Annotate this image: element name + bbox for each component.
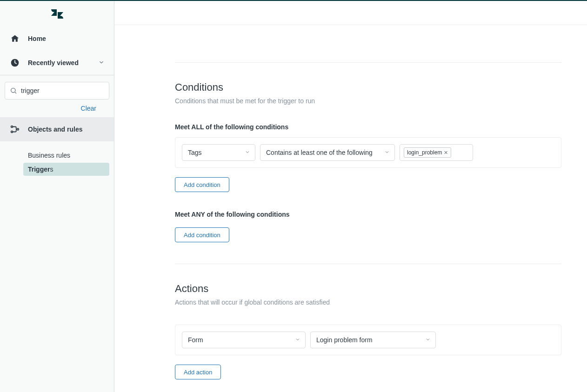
conditions-all-label: Meet ALL of the following conditions	[175, 123, 561, 131]
clock-icon	[9, 57, 20, 68]
chevron-down-icon	[245, 149, 250, 156]
section-divider	[175, 62, 561, 63]
chevron-down-icon	[295, 336, 300, 344]
top-bar	[114, 1, 587, 25]
remove-tag-icon[interactable]: ✕	[444, 150, 448, 156]
svg-point-1	[11, 88, 15, 93]
condition-row: Tags Contains at least one of the follow…	[175, 137, 561, 168]
admin-search-box[interactable]	[5, 82, 109, 100]
actions-title: Actions	[175, 283, 561, 295]
nav-recently-viewed[interactable]: Recently viewed	[0, 51, 114, 75]
chevron-down-icon	[425, 336, 431, 344]
condition-tag-input[interactable]: login_problem ✕	[400, 144, 473, 161]
actions-subtitle: Actions that will occur if global condit…	[175, 299, 561, 306]
home-icon	[9, 33, 20, 44]
admin-search-input[interactable]	[21, 87, 104, 94]
tag-pill: login_problem ✕	[404, 147, 451, 158]
main-content: Conditions Conditions that must be met f…	[114, 1, 587, 392]
nav-home[interactable]: Home	[0, 27, 114, 51]
section-divider	[175, 264, 561, 264]
nav-home-label: Home	[28, 35, 46, 42]
sidebar-section-label: Objects and rules	[28, 126, 82, 133]
conditions-title: Conditions	[175, 81, 561, 93]
nav-recently-viewed-label: Recently viewed	[28, 59, 79, 66]
search-icon	[10, 86, 17, 95]
condition-operator-select[interactable]: Contains at least one of the following	[260, 144, 395, 161]
clear-search-link[interactable]: Clear	[81, 105, 96, 112]
sidebar-group-business-rules[interactable]: Business rules	[5, 148, 109, 163]
sidebar-item-triggers-match: Trigger	[28, 166, 50, 173]
sidebar-section-objects-rules[interactable]: Objects and rules	[0, 117, 114, 141]
action-value-select[interactable]: Login problem form	[310, 332, 436, 348]
action-field-select[interactable]: Form	[182, 332, 306, 348]
chevron-down-icon	[384, 149, 390, 156]
action-field-value: Form	[188, 336, 203, 344]
conditions-any-label: Meet ANY of the following conditions	[175, 211, 561, 218]
add-condition-any-button[interactable]: Add condition	[175, 227, 229, 242]
zendesk-logo-icon	[51, 8, 63, 20]
action-row: Form Login problem form	[175, 325, 561, 355]
conditions-subtitle: Conditions that must be met for the trig…	[175, 97, 561, 105]
condition-field-select[interactable]: Tags	[182, 144, 255, 161]
add-action-button[interactable]: Add action	[175, 365, 221, 379]
flowchart-icon	[9, 124, 20, 135]
condition-operator-value: Contains at least one of the following	[266, 149, 373, 156]
logo-wrap	[0, 1, 114, 27]
chevron-down-icon	[98, 59, 105, 67]
sidebar-item-triggers-rest: s	[50, 166, 53, 173]
tag-pill-label: login_problem	[407, 149, 442, 156]
sidebar: Home Recently viewed	[0, 1, 114, 392]
svg-line-2	[15, 92, 16, 93]
add-condition-all-button[interactable]: Add condition	[175, 177, 229, 192]
sidebar-item-triggers[interactable]: Triggers	[23, 163, 109, 176]
action-value-value: Login problem form	[316, 336, 373, 344]
condition-field-value: Tags	[188, 149, 202, 156]
